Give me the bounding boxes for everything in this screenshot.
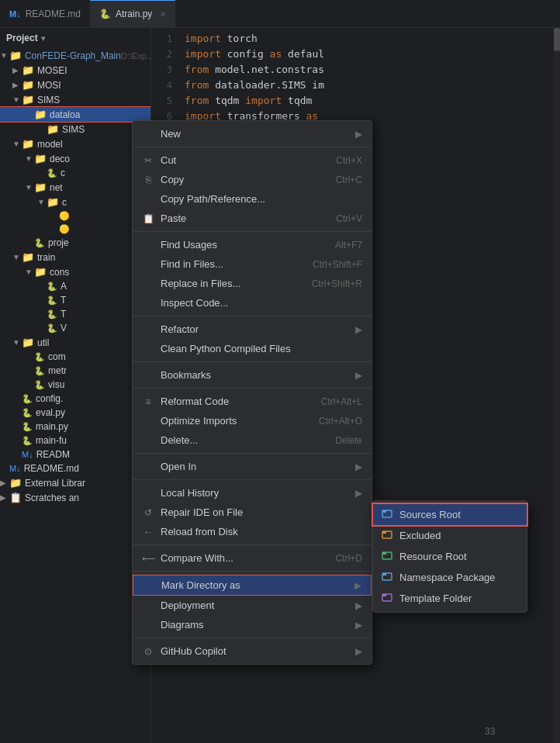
submenu-namespace-package[interactable]: Namespace Package [373, 567, 527, 588]
tree-v[interactable]: 🐍 V [0, 321, 150, 335]
menu-refactor[interactable]: Refactor ▶ [133, 320, 372, 339]
tree-file1[interactable]: 🟡 [0, 209, 150, 223]
menu-diagrams-label: Diagrams [161, 619, 204, 631]
menu-find-usages[interactable]: Find Usages Alt+F7 [133, 235, 372, 254]
tree-cons-label: cons [50, 267, 69, 278]
tree-eval[interactable]: 🐍 eval.py [0, 406, 150, 420]
tree-train[interactable]: ▼ 📁 train [0, 250, 150, 264]
tree-mosi-label: MOSI [37, 80, 61, 91]
tree-metr[interactable]: 🐍 metr [0, 364, 150, 378]
menu-reformat[interactable]: ≡ Reformat Code Ctrl+Alt+L [133, 392, 372, 411]
tab-atrain[interactable]: 🐍 Atrain.py ✕ [90, 0, 175, 27]
menu-compare-with[interactable]: ⟵ Compare With... Ctrl+D [133, 548, 372, 568]
arrow-train: ▼ [12, 253, 20, 261]
tree-a-label: A [60, 281, 67, 292]
menu-compare-with-label: Compare With... [161, 552, 233, 564]
svg-rect-7 [382, 573, 386, 575]
context-menu: New ▶ ✂ Cut Ctrl+X ⎘ Copy Ctrl+C Copy Pa… [132, 120, 372, 665]
menu-optimize-imports[interactable]: Optimize Imports Ctrl+Alt+O [133, 411, 372, 430]
tree-external-lib[interactable]: ▶ 📁 External Librar [0, 475, 150, 490]
arrow-confede: ▼ [0, 51, 8, 60]
menu-bookmarks[interactable]: Bookmarks ▶ [133, 365, 372, 385]
tree-readme-root-label: README.md [24, 463, 79, 474]
menu-find-files-label: Find in Files... [161, 258, 223, 270]
code-line-2: import config as defaul [185, 47, 554, 62]
tree-readme-root[interactable]: M↓ README.md [0, 461, 150, 475]
folder-mosi-icon: 📁 [22, 79, 34, 91]
tree-file2[interactable]: 🟡 [0, 223, 150, 236]
folder-confede-icon: 📁 [9, 50, 22, 61]
ln-2: 2 [151, 47, 172, 62]
tree-cons[interactable]: ▼ 📁 cons [0, 264, 150, 279]
tree-t2[interactable]: 🐍 T [0, 307, 150, 321]
menu-mark-directory[interactable]: Mark Directory as ▶ [133, 575, 372, 596]
menu-cut[interactable]: ✂ Cut Ctrl+X [133, 150, 372, 170]
menu-deployment[interactable]: Deployment ▶ [133, 596, 372, 615]
menu-reformat-label: Reformat Code [161, 396, 229, 407]
tree-config[interactable]: 🐍 config. [0, 392, 150, 406]
tab-close-icon[interactable]: ✕ [160, 10, 166, 19]
arrow-net: ▼ [25, 183, 33, 192]
tree-main-fu-label: main-fu [36, 435, 67, 446]
sources-root-icon [381, 508, 393, 521]
tree-util[interactable]: ▼ 📁 util [0, 335, 150, 350]
menu-local-history[interactable]: Local History ▶ [133, 483, 372, 503]
menu-diagrams[interactable]: Diagrams ▶ [133, 615, 372, 634]
tree-visu[interactable]: 🐍 visu [0, 378, 150, 392]
menu-replace-files-label: Replace in Files... [161, 278, 240, 289]
file-a-icon: 🐍 [47, 282, 57, 292]
menu-refactor-label: Refactor [161, 323, 199, 335]
submenu-excluded[interactable]: Excluded [373, 525, 527, 546]
menu-repair-ide[interactable]: ↺ Repair IDE on File [133, 503, 372, 522]
tree-train-label: train [37, 252, 55, 263]
menu-deployment-label: Deployment [161, 600, 214, 611]
ln-5: 5 [151, 93, 172, 109]
file-readme-root-icon: M↓ [9, 464, 21, 473]
tree-scratches-label: Scratches an [25, 492, 79, 503]
tree-net[interactable]: ▼ 📁 net [0, 180, 150, 195]
tree-deco[interactable]: ▼ 📁 deco [0, 151, 150, 166]
menu-github-copilot-label: GitHub Copilot [161, 645, 226, 657]
tree-deco-c[interactable]: 🐍 c [0, 166, 150, 180]
svg-rect-1 [382, 510, 386, 513]
submenu-mark-directory: Sources Root Excluded Resource Root Name… [372, 500, 527, 613]
submenu-sources-root[interactable]: Sources Root [373, 504, 527, 525]
tree-a[interactable]: 🐍 A [0, 279, 150, 293]
tree-com[interactable]: 🐍 com [0, 350, 150, 364]
menu-new[interactable]: New ▶ [133, 124, 372, 143]
menu-github-copilot[interactable]: ⊙ GitHub Copilot ▶ [133, 641, 372, 661]
tree-scratches[interactable]: ▶ 📋 Scratches an [0, 490, 150, 505]
menu-find-files[interactable]: Find in Files... Ctrl+Shift+F [133, 254, 372, 274]
tree-sims[interactable]: ▼ 📁 SIMS [0, 92, 150, 107]
tree-confede[interactable]: ▼ 📁 ConFEDE-Graph_Main D:\Exp... [0, 48, 150, 63]
tree-proje[interactable]: 🐍 proje [0, 236, 150, 250]
find-usages-shortcut: Alt+F7 [335, 240, 362, 251]
menu-reload-disk[interactable]: ← Reload from Disk [133, 522, 372, 541]
tree-net-c[interactable]: ▼ 📁 c [0, 195, 150, 209]
tree-mosei[interactable]: ▶ 📁 MOSEI [0, 63, 150, 78]
submenu-template-folder[interactable]: Template Folder [373, 588, 527, 609]
tree-sims2[interactable]: 📁 SIMS [0, 122, 150, 137]
tab-readme[interactable]: M↓ README.md [0, 0, 90, 27]
submenu-resource-root[interactable]: Resource Root [373, 546, 527, 567]
tree-main-fu[interactable]: 🐍 main-fu [0, 434, 150, 448]
tree-dataloa[interactable]: 📁 dataloa [0, 107, 150, 122]
tree-model[interactable]: ▼ 📁 model [0, 137, 150, 151]
menu-copy-path[interactable]: Copy Path/Reference... [133, 189, 372, 209]
menu-copy[interactable]: ⎘ Copy Ctrl+C [133, 170, 372, 189]
menu-clean-python[interactable]: Clean Python Compiled Files [133, 339, 372, 358]
tree-t1[interactable]: 🐍 T [0, 293, 150, 307]
menu-optimize-imports-label: Optimize Imports [161, 415, 237, 427]
scrollbar-track[interactable] [554, 28, 560, 743]
menu-delete[interactable]: Delete... Delete [133, 430, 372, 450]
menu-inspect-code[interactable]: Inspect Code... [133, 293, 372, 313]
tree-readme-md[interactable]: M↓ READM [0, 448, 150, 461]
scrollbar-thumb[interactable] [554, 28, 560, 51]
menu-paste[interactable]: 📋 Paste Ctrl+V [133, 209, 372, 228]
menu-replace-files[interactable]: Replace in Files... Ctrl+Shift+R [133, 274, 372, 293]
menu-open-in[interactable]: Open In ▶ [133, 457, 372, 476]
tree-main[interactable]: 🐍 main.py [0, 420, 150, 434]
sep5 [133, 453, 372, 454]
tree-mosi[interactable]: ▶ 📁 MOSI [0, 78, 150, 92]
project-chevron[interactable]: ▾ [41, 34, 45, 43]
